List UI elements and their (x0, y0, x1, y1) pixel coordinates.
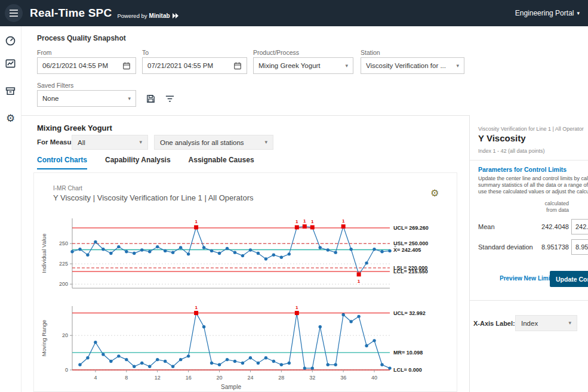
data-point[interactable] (179, 358, 182, 361)
data-point[interactable] (187, 354, 190, 357)
data-point[interactable] (171, 251, 174, 254)
product-process-select[interactable]: Mixing Greek Yogurt ▾ (253, 57, 353, 74)
data-point[interactable] (148, 365, 151, 368)
mean-input[interactable] (571, 219, 588, 234)
data-point[interactable] (94, 341, 97, 344)
data-point[interactable] (257, 252, 260, 255)
data-point[interactable] (171, 365, 174, 368)
data-point[interactable] (249, 248, 252, 251)
out-of-control-point[interactable] (310, 225, 315, 229)
portal-selector[interactable]: Engineering Portal ▾ (515, 9, 580, 17)
data-point[interactable] (257, 362, 260, 365)
data-point[interactable] (101, 353, 104, 356)
data-point[interactable] (311, 366, 314, 369)
from-date-input[interactable]: 06/21/2021 04:55 PM (37, 57, 136, 74)
tab-capability-analysis[interactable]: Capability Analysis (105, 156, 171, 169)
data-point[interactable] (86, 254, 89, 257)
data-point[interactable] (210, 362, 213, 365)
out-of-control-point[interactable] (295, 311, 299, 315)
update-control-limits-button[interactable]: Update Control Limits (550, 271, 588, 287)
out-of-control-point[interactable] (295, 225, 299, 229)
data-point[interactable] (380, 363, 383, 366)
data-point[interactable] (272, 360, 275, 363)
data-point[interactable] (86, 356, 89, 359)
data-point[interactable] (117, 354, 120, 357)
sidebar-item-products[interactable] (2, 82, 19, 99)
out-of-control-point[interactable] (194, 311, 198, 315)
measure-select[interactable]: All ▾ (72, 135, 148, 150)
data-point[interactable] (210, 249, 213, 252)
data-point[interactable] (140, 362, 143, 365)
data-point[interactable] (272, 254, 275, 257)
data-point[interactable] (140, 248, 143, 251)
tab-control-charts[interactable]: Control Charts (37, 156, 87, 169)
data-point[interactable] (164, 360, 167, 363)
data-point[interactable] (388, 249, 391, 252)
data-point[interactable] (226, 358, 229, 361)
chart-settings-gear-icon[interactable]: ⚙ (430, 189, 439, 198)
data-point[interactable] (233, 360, 236, 363)
data-point[interactable] (388, 366, 391, 369)
out-of-control-point[interactable] (341, 224, 346, 229)
data-point[interactable] (334, 363, 337, 366)
save-filter-button[interactable] (143, 91, 158, 106)
saved-filters-select[interactable]: None ▾ (37, 90, 136, 107)
preview-new-limits-link[interactable]: Preview New Limits (500, 275, 555, 282)
data-point[interactable] (280, 363, 283, 366)
data-point[interactable] (303, 366, 306, 369)
data-point[interactable] (249, 356, 252, 359)
standard-deviation-input[interactable] (571, 239, 588, 255)
x-axis-label-select[interactable]: Index ▾ (515, 315, 577, 331)
station-select[interactable]: Viscosity Verification for ... ▾ (361, 57, 464, 74)
data-point[interactable] (349, 248, 352, 251)
data-point[interactable] (365, 261, 368, 264)
data-point[interactable] (133, 365, 136, 368)
data-point[interactable] (187, 252, 190, 255)
data-point[interactable] (218, 363, 221, 366)
data-point[interactable] (241, 254, 244, 257)
analysis-mode-select[interactable]: One analysis for all stations ▾ (154, 135, 273, 150)
data-point[interactable] (349, 320, 352, 323)
out-of-control-point[interactable] (194, 225, 198, 229)
data-point[interactable] (372, 339, 375, 342)
data-point[interactable] (380, 250, 383, 253)
data-point[interactable] (319, 325, 322, 328)
data-point[interactable] (372, 248, 375, 251)
data-point[interactable] (357, 315, 360, 318)
data-point[interactable] (117, 245, 120, 248)
out-of-control-point[interactable] (357, 272, 361, 276)
data-point[interactable] (218, 252, 221, 255)
hamburger-menu-button[interactable] (5, 4, 23, 22)
data-point[interactable] (70, 250, 73, 253)
data-point[interactable] (125, 250, 128, 253)
data-point[interactable] (326, 248, 329, 251)
data-point[interactable] (288, 252, 291, 255)
data-point[interactable] (109, 360, 112, 363)
data-point[interactable] (241, 362, 244, 365)
data-point[interactable] (78, 248, 81, 251)
to-date-input[interactable]: 07/21/2021 04:55 PM (142, 57, 247, 74)
filter-button[interactable] (162, 91, 177, 106)
data-point[interactable] (125, 358, 128, 361)
sidebar-item-charts[interactable] (2, 55, 19, 72)
data-point[interactable] (341, 313, 344, 316)
sidebar-item-settings[interactable]: ⚙ (2, 110, 19, 126)
data-point[interactable] (326, 363, 329, 366)
data-point[interactable] (288, 362, 291, 365)
data-point[interactable] (148, 250, 151, 253)
data-point[interactable] (109, 252, 112, 255)
data-point[interactable] (156, 245, 159, 248)
data-point[interactable] (101, 248, 104, 251)
data-point[interactable] (264, 356, 267, 359)
sidebar-item-dashboard[interactable] (2, 32, 19, 49)
data-point[interactable] (179, 246, 182, 249)
data-point[interactable] (133, 252, 136, 255)
data-point[interactable] (202, 325, 205, 328)
data-point[interactable] (264, 257, 267, 260)
out-of-control-point[interactable] (303, 224, 307, 229)
data-point[interactable] (334, 251, 337, 254)
data-point[interactable] (156, 358, 159, 361)
data-point[interactable] (94, 240, 97, 243)
data-point[interactable] (202, 246, 205, 249)
data-point[interactable] (164, 249, 167, 252)
